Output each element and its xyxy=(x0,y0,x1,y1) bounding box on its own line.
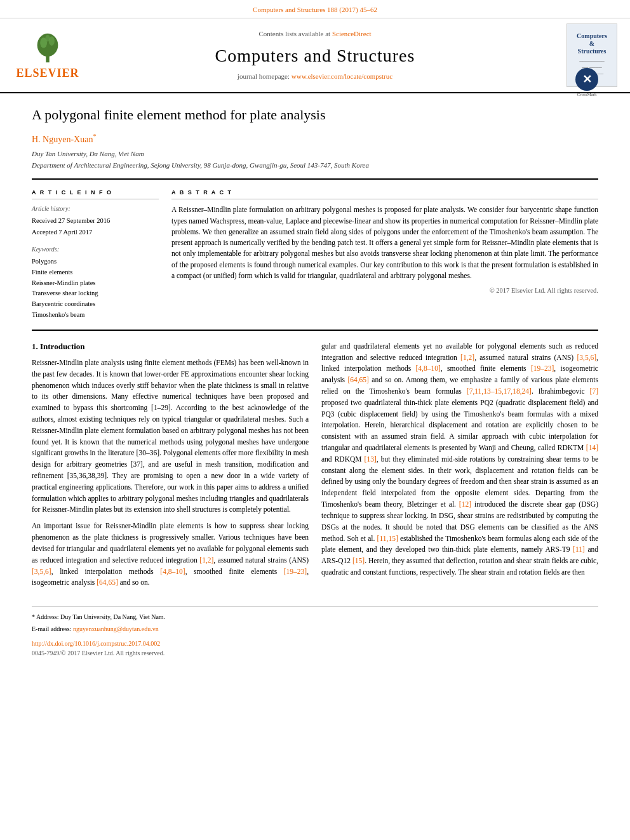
crossmark-badge[interactable]: ✕ CrossMark xyxy=(575,68,598,98)
abstract-heading: A B S T R A C T xyxy=(171,189,598,200)
journal-header: ELSEVIER Contents lists available at Sci… xyxy=(0,18,630,93)
journal-homepage: journal homepage: www.elsevier.com/locat… xyxy=(83,72,547,81)
elsevier-logo: ELSEVIER xyxy=(16,32,79,81)
history-label: Article history: xyxy=(32,204,159,213)
article-content: ✕ CrossMark A polygonal finite element m… xyxy=(0,93,630,670)
homepage-url[interactable]: www.elsevier.com/locate/compstruc xyxy=(292,72,392,80)
journal-issue-link[interactable]: Computers and Structures 188 (2017) 45–6… xyxy=(253,6,377,13)
doi-link[interactable]: http://dx.doi.org/10.1016/j.compstruc.20… xyxy=(32,640,160,647)
body-right-col: gular and quadrilateral elements yet no … xyxy=(321,341,598,594)
article-footer: * Address: Duy Tan University, Da Nang, … xyxy=(32,606,598,658)
keyword-2: Finite elements xyxy=(32,267,159,278)
body-left-col: 1. Introduction Reissner-Mindlin plate a… xyxy=(32,341,309,594)
sciencedirect-info: Contents lists available at ScienceDirec… xyxy=(83,29,547,39)
affiliation-1: Duy Tan University, Da Nang, Viet Nam xyxy=(32,149,598,159)
intro-paragraph-1: Reissner-Mindlin plate analysis using fi… xyxy=(32,357,309,516)
crossmark-icon: ✕ xyxy=(582,74,592,85)
journal-title: Computers and Structures xyxy=(83,43,547,68)
intro-paragraph-2: An important issue for Reissner-Mindlin … xyxy=(32,521,309,589)
keyword-4: Transverse shear locking xyxy=(32,288,159,299)
elsevier-label: ELSEVIER xyxy=(16,65,79,81)
email-link[interactable]: nguyenxuanhung@duytan.edu.vn xyxy=(73,625,159,632)
abstract-text: A Reissner–Mindlin plate formulation on … xyxy=(171,204,598,281)
keyword-6: Timoshenko's beam xyxy=(32,310,159,321)
article-title: A polygonal finite element method for pl… xyxy=(32,106,598,124)
journal-header-center: Contents lists available at ScienceDirec… xyxy=(83,29,547,81)
sciencedirect-link[interactable]: ScienceDirect xyxy=(332,30,372,37)
svg-point-4 xyxy=(45,34,50,41)
crossmark-label: CrossMark xyxy=(575,92,598,98)
keyword-1: Polygons xyxy=(32,257,159,267)
received-date: Received 27 September 2016 xyxy=(32,216,159,226)
crossmark-circle: ✕ xyxy=(575,68,598,91)
keyword-5: Barycentric coordinates xyxy=(32,299,159,310)
keyword-3: Reissner-Mindlin plates xyxy=(32,278,159,289)
body-content: 1. Introduction Reissner-Mindlin plate a… xyxy=(32,341,598,594)
copyright-line: © 2017 Elsevier Ltd. All rights reserved… xyxy=(171,286,598,296)
abstract-col: A B S T R A C T A Reissner–Mindlin plate… xyxy=(171,189,598,321)
author-name: H. Nguyen-Xuan* xyxy=(32,132,598,145)
elsevier-tree-icon xyxy=(29,32,67,64)
divider-after-abstract xyxy=(32,330,598,331)
article-info-heading: A R T I C L E I N F O xyxy=(32,189,159,200)
top-header: Computers and Structures 188 (2017) 45–6… xyxy=(0,0,630,18)
footnote-address: * Address: Duy Tan University, Da Nang, … xyxy=(32,612,598,622)
article-info-abstract: A R T I C L E I N F O Article history: R… xyxy=(32,189,598,321)
affiliation-2: Department of Architectural Engineering,… xyxy=(32,161,598,170)
accepted-date: Accepted 7 April 2017 xyxy=(32,227,159,237)
divider-after-affiliations xyxy=(32,178,598,180)
footnote-email: E-mail address: nguyenxuanhung@duytan.ed… xyxy=(32,624,598,634)
journal-header-left: ELSEVIER xyxy=(13,30,83,81)
issn-text: 0045-7949/© 2017 Elsevier Ltd. All right… xyxy=(32,649,598,658)
thumbnail-title: Computers&Structures xyxy=(577,32,607,55)
right-col-text: gular and quadrilateral elements yet no … xyxy=(321,341,598,578)
article-info-col: A R T I C L E I N F O Article history: R… xyxy=(32,189,159,321)
keywords-label: Keywords: xyxy=(32,245,159,254)
intro-section-title: 1. Introduction xyxy=(32,341,309,352)
